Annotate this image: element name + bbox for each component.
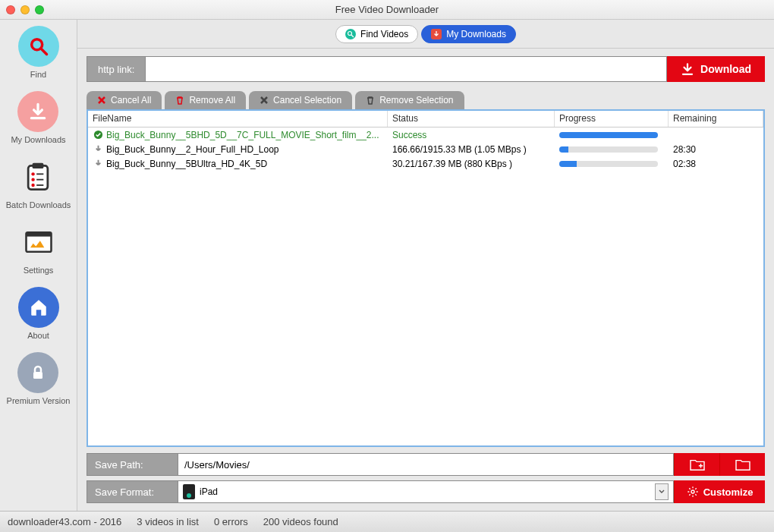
url-label: http link: [87, 56, 145, 82]
th-progress[interactable]: Progress [555, 111, 669, 127]
svg-point-4 [32, 172, 35, 175]
search-icon [28, 36, 49, 57]
save-format-label: Save Format: [87, 480, 178, 503]
x-icon [97, 96, 106, 105]
trash-icon [175, 96, 184, 105]
downloads-table: FileName Status Progress Remaining Big_B… [87, 109, 765, 447]
save-path-label: Save Path: [87, 453, 178, 476]
table-row[interactable]: Big_Buck_Bunny__5BHD_5D__7C_FULL_MOVIE_S… [88, 127, 763, 142]
tab-label: My Downloads [446, 29, 506, 39]
open-folder-button[interactable] [719, 453, 765, 476]
customize-button[interactable]: Customize [674, 480, 765, 503]
sidebar-item-premium[interactable]: Premium Version [7, 352, 71, 405]
statusbar: downloader43.com - 2016 3 videos in list… [0, 511, 774, 532]
download-icon [28, 102, 48, 121]
sidebar-item-label: Find [30, 70, 46, 79]
svg-rect-12 [33, 372, 42, 379]
folder-icon [735, 458, 751, 471]
svg-rect-11 [26, 232, 51, 237]
th-remaining[interactable]: Remaining [669, 111, 763, 127]
svg-line-1 [41, 49, 46, 55]
status-videos: 3 videos in list [137, 516, 199, 527]
check-icon [93, 130, 103, 140]
table-row[interactable]: Big_Buck_Bunny__5BUltra_HD_4K_5D30.21/16… [88, 156, 763, 171]
th-filename[interactable]: FileName [88, 111, 388, 127]
sidebar-item-batch[interactable]: Batch Downloads [6, 156, 71, 209]
status-found: 200 videos found [263, 516, 338, 527]
sidebar-item-label: My Downloads [11, 135, 65, 144]
svg-rect-3 [33, 163, 44, 168]
url-input[interactable] [145, 56, 667, 82]
save-format-select[interactable]: iPad [178, 480, 674, 503]
home-icon [29, 297, 49, 317]
save-path-input[interactable] [178, 453, 674, 476]
titlebar: Free Video Downloader [0, 0, 774, 20]
sidebar-item-settings[interactable]: Settings [18, 222, 59, 275]
lock-icon [29, 364, 47, 382]
download-icon [93, 144, 103, 155]
download-arrow-icon [681, 62, 694, 76]
sidebar-item-label: About [27, 331, 49, 340]
sidebar-item-downloads[interactable]: My Downloads [11, 91, 65, 144]
download-button-label: Download [700, 63, 751, 75]
remove-selection-button[interactable]: Remove Selection [355, 91, 464, 109]
tab-find-videos[interactable]: Find Videos [335, 25, 418, 43]
svg-line-14 [351, 35, 354, 37]
cancel-selection-button[interactable]: Cancel Selection [249, 91, 352, 109]
svg-point-6 [32, 184, 35, 187]
sidebar-item-label: Batch Downloads [6, 200, 71, 209]
svg-point-5 [32, 178, 35, 181]
tab-label: Find Videos [360, 29, 408, 39]
sidebar-item-about[interactable]: About [18, 287, 59, 340]
status-errors: 0 errors [214, 516, 248, 527]
cancel-all-button[interactable]: Cancel All [87, 91, 162, 109]
download-button[interactable]: Download [667, 56, 765, 82]
lens-icon [345, 29, 356, 39]
device-icon [183, 484, 195, 499]
sidebar-item-find[interactable]: Find [18, 26, 59, 79]
download-icon [93, 159, 103, 169]
x-icon [260, 96, 269, 105]
tab-my-downloads[interactable]: My Downloads [421, 25, 516, 43]
sidebar-item-label: Settings [24, 266, 54, 275]
add-folder-button[interactable] [674, 453, 719, 476]
status-brand: downloader43.com - 2016 [8, 516, 121, 527]
trash-icon [366, 96, 375, 105]
settings-icon [22, 227, 55, 257]
sidebar-item-label: Premium Version [7, 396, 71, 405]
gear-icon [687, 486, 699, 498]
table-row[interactable]: Big_Buck_Bunny__2_Hour_Full_HD_Loop166.6… [88, 142, 763, 156]
clipboard-icon [21, 160, 55, 194]
svg-point-16 [691, 490, 694, 493]
save-format-value: iPad [200, 486, 218, 497]
svg-point-13 [348, 31, 352, 35]
tab-bar: Find Videos My Downloads [77, 20, 774, 49]
folder-plus-icon [689, 458, 706, 471]
chevron-down-icon[interactable] [655, 483, 669, 500]
sidebar: Find My Downloads Batch Downloads Settin… [0, 20, 77, 511]
remove-all-button[interactable]: Remove All [165, 91, 246, 109]
download-small-icon [431, 29, 442, 39]
window-title: Free Video Downloader [0, 4, 774, 15]
th-status[interactable]: Status [388, 111, 555, 127]
